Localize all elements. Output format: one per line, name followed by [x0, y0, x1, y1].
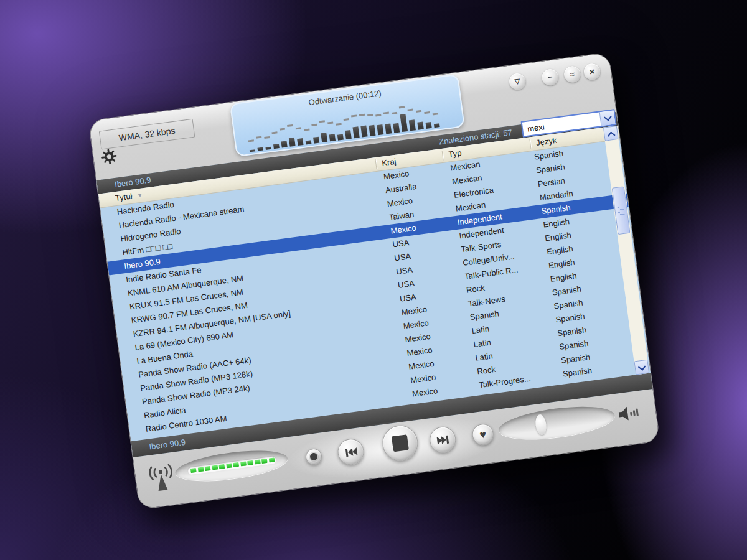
cell-country: Mexico [411, 384, 439, 401]
stop-icon [392, 434, 409, 452]
column-separator [442, 151, 444, 161]
meter-segment [261, 459, 268, 464]
previous-icon [344, 446, 358, 457]
meter-segment [226, 463, 232, 468]
meter-segment [268, 457, 275, 462]
meter-segment [190, 468, 197, 473]
next-icon [436, 434, 450, 446]
column-header-country[interactable]: Kraj [381, 155, 397, 170]
meter-segment [197, 467, 204, 472]
meter-segment [254, 459, 260, 464]
chevron-down-icon [637, 363, 646, 371]
codec-label: WMA, 32 kbps [99, 119, 195, 150]
sort-arrow-icon: ▼ [136, 189, 144, 202]
scroll-down-button[interactable] [634, 360, 649, 375]
settings-gear-icon[interactable] [100, 147, 118, 166]
menu-button[interactable]: ▽ [509, 73, 527, 91]
now-playing-label-bottom: Ibero 90.9 [131, 437, 186, 454]
meter-segment [233, 462, 239, 467]
meter-segment [205, 466, 211, 471]
meter-segment [218, 464, 225, 469]
record-icon [309, 452, 317, 460]
volume-slider[interactable] [497, 401, 616, 445]
meter-segment [247, 460, 253, 465]
column-separator [529, 139, 531, 149]
column-header-type[interactable]: Typ [448, 146, 463, 161]
scroll-up-button[interactable] [603, 126, 619, 141]
meter-segment [212, 465, 218, 470]
skin-button[interactable]: ≈ [563, 65, 581, 83]
cell-language: Spanish [562, 364, 593, 381]
spectrum-column [430, 95, 440, 128]
heart-icon: ♥ [479, 429, 487, 441]
station-list-panel: Ibero 90.9 Znaleziono stacji: 57 Tytuł▼ … [96, 112, 652, 457]
search-dropdown-button[interactable] [599, 110, 616, 126]
antenna-icon [146, 462, 176, 495]
chevron-down-icon [604, 113, 612, 121]
window-buttons: ▽−≈× [509, 62, 603, 90]
close-button[interactable]: × [583, 63, 601, 81]
meter-segment [240, 461, 247, 466]
chevron-up-icon [607, 131, 615, 139]
radio-player-window: WMA, 32 kbps Odtwarzanie (00:12) ▽−≈× Ib… [88, 52, 660, 510]
speaker-icon [618, 404, 641, 422]
column-header-language[interactable]: Język [535, 134, 558, 149]
minimize-button[interactable]: − [541, 68, 559, 86]
column-separator [375, 159, 377, 169]
